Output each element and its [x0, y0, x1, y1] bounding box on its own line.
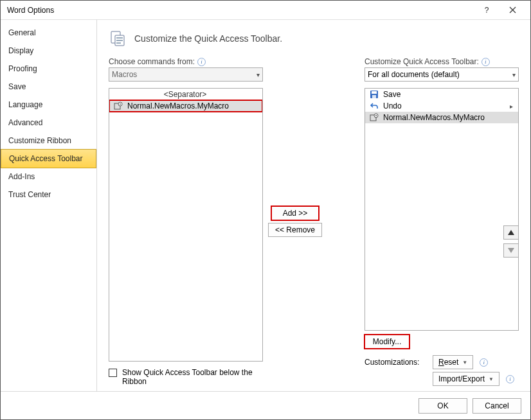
command-item-macro[interactable]: Normal.NewMacros.MyMacro: [109, 100, 262, 112]
modify-button[interactable]: Modify...: [364, 335, 410, 349]
chevron-down-icon: ▼: [462, 360, 467, 365]
titlebar: Word Options ?: [1, 1, 530, 20]
cancel-button[interactable]: Cancel: [473, 398, 521, 414]
chevron-down-icon: ▾: [256, 71, 260, 78]
info-icon[interactable]: i: [506, 375, 514, 383]
undo-icon: [369, 101, 379, 110]
macro-icon: [113, 101, 123, 110]
show-below-ribbon-label: Show Quick Access Toolbar below the Ribb…: [122, 368, 256, 386]
qat-item-save[interactable]: Save: [365, 89, 518, 100]
qat-listbox[interactable]: Save Undo ▸: [364, 88, 519, 331]
move-down-button[interactable]: [503, 243, 519, 258]
dialog-footer: OK Cancel: [1, 391, 530, 419]
customize-qat-value: For all documents (default): [368, 70, 460, 79]
close-button[interactable]: [500, 1, 525, 19]
choose-commands-value: Macros: [112, 70, 137, 79]
choose-commands-label: Choose commands from:: [109, 57, 195, 66]
customize-qat-label: Customize Quick Access Toolbar:: [364, 57, 479, 66]
move-up-button[interactable]: [503, 225, 519, 240]
main-heading: Customize the Quick Access Toolbar.: [134, 33, 282, 44]
down-arrow-icon: [508, 248, 514, 253]
customize-qat-combo[interactable]: For all documents (default) ▾: [364, 67, 519, 82]
sidebar: General Display Proofing Save Language A…: [1, 20, 97, 391]
close-icon: [509, 6, 516, 13]
add-button[interactable]: Add >>: [271, 206, 319, 220]
save-icon: [369, 90, 379, 99]
command-item-label: Normal.NewMacros.MyMacro: [127, 101, 229, 110]
reset-dropdown[interactable]: Reset ▼: [433, 355, 473, 369]
up-arrow-icon: [508, 230, 514, 235]
sidebar-item-trust-center[interactable]: Trust Center: [1, 186, 96, 204]
info-icon[interactable]: i: [480, 358, 488, 367]
sidebar-item-quick-access-toolbar[interactable]: Quick Access Toolbar: [1, 149, 96, 168]
sidebar-item-save[interactable]: Save: [1, 78, 96, 96]
show-below-ribbon-row: Show Quick Access Toolbar below the Ribb…: [109, 368, 256, 386]
info-icon[interactable]: i: [197, 58, 206, 66]
svg-rect-3: [116, 40, 123, 41]
show-below-ribbon-checkbox[interactable]: [109, 369, 117, 377]
dialog-body: General Display Proofing Save Language A…: [1, 20, 530, 391]
middle-column: Add >> << Remove: [269, 57, 321, 386]
svg-rect-4: [116, 42, 121, 44]
ok-button[interactable]: OK: [419, 398, 467, 414]
customizations-label: Customizations:: [364, 358, 426, 367]
svg-rect-2: [116, 37, 123, 39]
right-column: Customize Quick Access Toolbar: i For al…: [364, 57, 519, 386]
sidebar-item-general[interactable]: General: [1, 24, 96, 42]
sidebar-item-language[interactable]: Language: [1, 96, 96, 114]
svg-rect-9: [372, 95, 376, 98]
info-icon[interactable]: i: [482, 58, 490, 66]
reorder-buttons: [503, 225, 519, 258]
main-header: Customize the Quick Access Toolbar.: [109, 29, 519, 48]
separator-item[interactable]: <Separator>: [109, 89, 262, 100]
qat-item-label: Save: [383, 90, 401, 99]
qat-item-label: Normal.NewMacros.MyMacro: [383, 113, 485, 122]
import-export-dropdown[interactable]: Import/Export ▼: [433, 372, 500, 386]
help-button[interactable]: ?: [474, 1, 500, 19]
import-export-label: Import/Export: [438, 374, 485, 383]
word-options-dialog: Word Options ? General Display Proofing …: [0, 0, 531, 420]
chevron-down-icon: ▾: [512, 71, 516, 78]
sidebar-item-add-ins[interactable]: Add-Ins: [1, 168, 96, 186]
chevron-right-icon: ▸: [510, 103, 513, 110]
sidebar-item-advanced[interactable]: Advanced: [1, 114, 96, 132]
qat-header-icon: [109, 29, 128, 48]
svg-rect-8: [372, 91, 377, 94]
qat-item-label: Undo: [383, 101, 402, 110]
commands-listbox[interactable]: <Separator> Normal.NewMacros.MyMacro: [109, 88, 263, 362]
columns: Choose commands from: i Macros ▾ <Separa…: [109, 57, 519, 386]
qat-item-undo[interactable]: Undo ▸: [365, 100, 518, 112]
chevron-down-icon: ▼: [489, 376, 494, 382]
sidebar-item-customize-ribbon[interactable]: Customize Ribbon: [1, 132, 96, 150]
sidebar-item-proofing[interactable]: Proofing: [1, 60, 96, 78]
window-title: Word Options: [7, 6, 474, 15]
qat-item-macro[interactable]: Normal.NewMacros.MyMacro: [365, 112, 518, 123]
sidebar-item-display[interactable]: Display: [1, 42, 96, 60]
macro-icon: [369, 113, 379, 122]
reset-label: Reset: [438, 358, 458, 367]
left-column: Choose commands from: i Macros ▾ <Separa…: [109, 57, 263, 386]
choose-commands-combo[interactable]: Macros ▾: [109, 67, 263, 82]
remove-button[interactable]: << Remove: [268, 223, 322, 237]
main-panel: Customize the Quick Access Toolbar. Choo…: [97, 20, 530, 391]
